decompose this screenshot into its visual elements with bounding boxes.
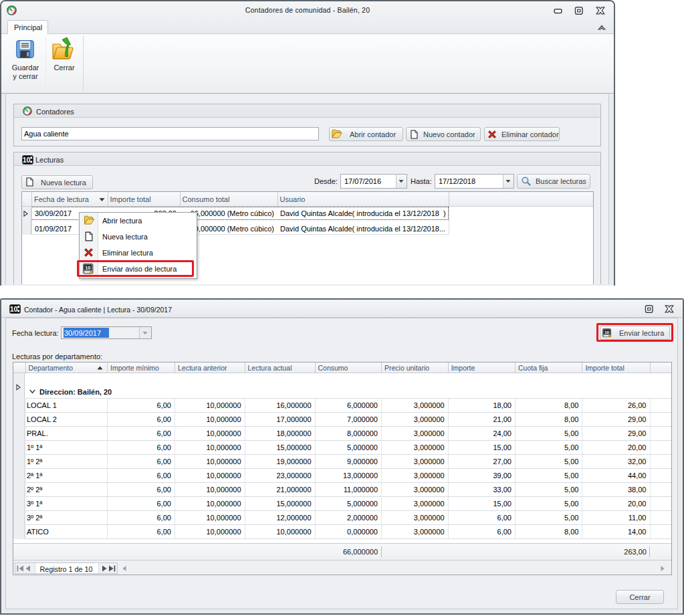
svg-text:10: 10 <box>23 156 31 164</box>
svg-text:10: 10 <box>604 330 609 334</box>
svg-text:10: 10 <box>10 305 18 313</box>
